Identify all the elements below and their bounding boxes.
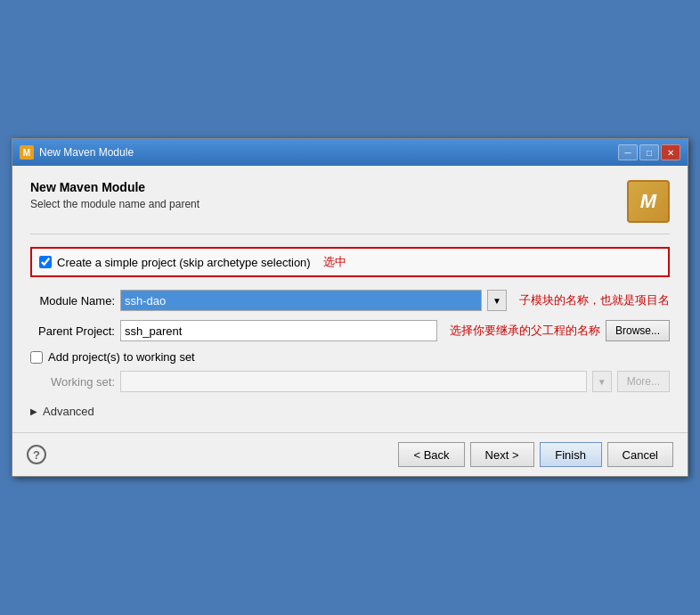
working-set-check-row: Add project(s) to working set <box>30 350 670 364</box>
parent-project-input[interactable] <box>120 320 437 341</box>
window-title: New Maven Module <box>39 146 613 159</box>
title-bar: M New Maven Module ─ □ ✕ <box>12 139 688 166</box>
module-name-dropdown[interactable]: ▼ <box>487 290 507 311</box>
module-name-annotation: 子模块的名称，也就是项目名 <box>519 292 670 308</box>
browse-button[interactable]: Browse... <box>606 320 670 341</box>
parent-project-annotation: 选择你要继承的父工程的名称 <box>450 323 600 339</box>
dialog-subtitle: Select the module name and parent <box>30 198 199 210</box>
dialog-title: New Maven Module <box>30 180 199 194</box>
more-button[interactable]: More... <box>617 371 670 392</box>
advanced-arrow-icon: ▶ <box>30 406 37 416</box>
window-controls: ─ □ ✕ <box>618 144 680 160</box>
help-button[interactable]: ? <box>27 445 46 464</box>
working-set-field-label: Working set: <box>30 375 115 389</box>
footer-buttons: < Back Next > Finish Cancel <box>398 442 673 467</box>
cancel-button[interactable]: Cancel <box>607 442 673 467</box>
simple-project-row: Create a simple project (skip archetype … <box>30 247 670 277</box>
app-icon: M <box>20 145 34 160</box>
working-set-input[interactable] <box>120 371 587 392</box>
working-set-dropdown[interactable]: ▼ <box>592 371 612 392</box>
parent-project-label: Parent Project: <box>30 324 115 338</box>
close-button[interactable]: ✕ <box>661 144 680 160</box>
working-set-checkbox[interactable] <box>30 351 43 364</box>
back-button[interactable]: < Back <box>398 442 464 467</box>
module-name-input-wrap: ▼ 子模块的名称，也就是项目名 <box>120 290 670 311</box>
parent-project-row: Parent Project: 选择你要继承的父工程的名称 Browse... <box>30 320 670 341</box>
parent-project-input-wrap: 选择你要继承的父工程的名称 Browse... <box>120 320 670 341</box>
advanced-row[interactable]: ▶ Advanced <box>30 405 670 418</box>
header-text: New Maven Module Select the module name … <box>30 180 199 210</box>
working-set-section: Add project(s) to working set Working se… <box>30 350 670 392</box>
minimize-button[interactable]: ─ <box>618 144 638 160</box>
main-window: M New Maven Module ─ □ ✕ New Maven Modul… <box>12 138 688 477</box>
dialog-content: New Maven Module Select the module name … <box>12 166 688 432</box>
maximize-button[interactable]: □ <box>639 144 659 160</box>
module-name-label: Module Name: <box>30 294 115 308</box>
header-section: New Maven Module Select the module name … <box>30 180 670 234</box>
working-set-row: Working set: ▼ More... <box>30 371 670 392</box>
advanced-label: Advanced <box>43 405 94 418</box>
working-set-label[interactable]: Add project(s) to working set <box>48 350 195 364</box>
module-name-input[interactable] <box>120 290 482 311</box>
module-name-row: Module Name: ▼ 子模块的名称，也就是项目名 <box>30 290 670 311</box>
simple-project-label[interactable]: Create a simple project (skip archetype … <box>57 256 311 269</box>
simple-project-annotation: 选中 <box>323 254 346 270</box>
finish-button[interactable]: Finish <box>540 442 602 467</box>
next-button[interactable]: Next > <box>470 442 534 467</box>
footer: ? < Back Next > Finish Cancel <box>12 432 688 476</box>
maven-logo: M <box>627 180 670 223</box>
simple-project-checkbox[interactable] <box>39 256 52 268</box>
